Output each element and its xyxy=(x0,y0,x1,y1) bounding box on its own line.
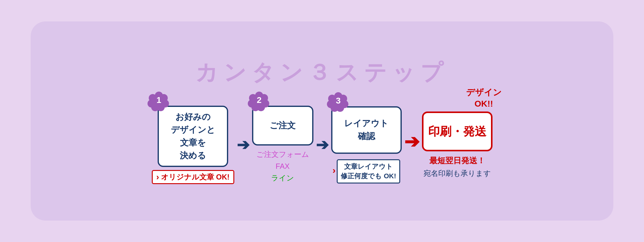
final-step-wrapper: デザインOK!! 印刷・発送 最短翌日発送！ 宛名印刷も承ります xyxy=(422,105,493,178)
main-title: カンタン３ステップ xyxy=(195,58,449,87)
step-1-original-badge: › オリジナル文章 OK! xyxy=(152,170,234,184)
step-1-box: お好みのデザインと文章を決める xyxy=(158,106,228,167)
step-3-arrow-icon: › xyxy=(332,165,335,176)
arrow-1: ➔ xyxy=(237,137,250,153)
final-sub-1: 最短翌日発送！ xyxy=(429,154,485,167)
step-2-wrapper: 2 ご注文 ご注文フォーム FAX ライン xyxy=(252,100,313,184)
final-step-text: 印刷・発送 xyxy=(428,123,486,140)
step-1-text: お好みのデザインと文章を決める xyxy=(171,111,215,162)
design-ok-text: デザインOK!! xyxy=(466,88,502,108)
svg-text:3: 3 xyxy=(336,96,341,105)
svg-text:2: 2 xyxy=(257,95,262,105)
arrow-1-icon: ➔ xyxy=(237,137,250,153)
step-2-sub-line2: FAX xyxy=(276,162,289,170)
arrow-2: ➔ xyxy=(316,137,329,153)
svg-text:1: 1 xyxy=(156,95,161,105)
step-3-badge: 3 xyxy=(327,89,350,113)
outer-card: カンタン３ステップ 1 お好みのデザインと文章を決める xyxy=(31,21,613,221)
step-2-sub-line1: ご注文フォーム xyxy=(256,150,309,158)
step-2-text: ご注文 xyxy=(270,119,296,132)
step-3-text: レイアウト確認 xyxy=(344,117,389,143)
design-ok-label: デザインOK!! xyxy=(466,87,502,109)
step-2-badge: 2 xyxy=(247,89,271,112)
step-1-wrapper: 1 お好みのデザインと文章を決める › オリジナル文章 OK! xyxy=(152,100,234,184)
arrow-2-icon: ➔ xyxy=(316,137,329,153)
step-2-sub-line3: ライン xyxy=(271,174,294,182)
step-2-sub: ご注文フォーム FAX ライン xyxy=(256,149,309,184)
arrow-3: ➔ xyxy=(404,133,420,151)
arrow-3-icon: ➔ xyxy=(404,133,420,151)
step-1-badge-text: オリジナル文章 OK! xyxy=(161,172,230,182)
step-3-box: レイアウト確認 xyxy=(331,106,402,154)
step-1-arrow-icon: › xyxy=(156,172,159,182)
final-step-box: 印刷・発送 xyxy=(422,112,493,151)
step-3-layout-badge-wrapper: › 文章レイアウト修正何度でも OK! xyxy=(332,157,400,184)
steps-container: 1 お好みのデザインと文章を決める › オリジナル文章 OK! ➔ xyxy=(152,100,493,184)
step-1-badge: 1 xyxy=(147,89,171,112)
final-sub-2: 宛名印刷も承ります xyxy=(424,168,491,178)
step-3-layout-text: 文章レイアウト修正何度でも OK! xyxy=(341,163,396,180)
step-3-wrapper: 3 レイアウト確認 › 文章レイアウト修正何度でも OK! xyxy=(331,100,402,184)
step-3-layout-badge: 文章レイアウト修正何度でも OK! xyxy=(337,159,400,184)
